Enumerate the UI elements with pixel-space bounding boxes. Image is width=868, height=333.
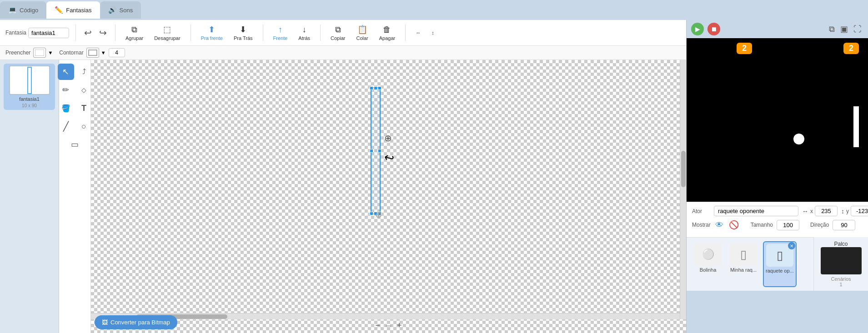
zoom-divider: — [386, 322, 391, 329]
show-label: Mostrar [692, 222, 711, 228]
tool-text[interactable]: T [76, 100, 92, 116]
v-scrollbar[interactable] [680, 60, 686, 319]
colar-button[interactable]: 📋 Colar [352, 23, 371, 43]
fill-color-box[interactable] [33, 48, 46, 58]
handle-bottom[interactable] [374, 212, 377, 215]
actor-name-input[interactable] [714, 206, 798, 216]
tools-row-2: ✏ ◇ [58, 82, 92, 98]
size-label: Tamanho [751, 222, 773, 228]
convert-bitmap-button[interactable]: 🖼 Converter para Bitmap [95, 315, 177, 329]
tools-row-3: 🪣 T [58, 100, 92, 116]
atras-button[interactable]: ↓ Atrás [295, 23, 314, 43]
stroke-dropdown-arrow[interactable]: ▼ [101, 50, 106, 55]
handle-tr[interactable] [378, 86, 381, 90]
cenarios-label: Cenários [831, 276, 851, 282]
handle-bl[interactable] [370, 212, 373, 215]
show-hidden-button[interactable]: 🚫 [728, 219, 740, 231]
thumbnail-item[interactable]: fantasia1 10 x 90 [4, 64, 55, 110]
apagar-icon: 🗑 [383, 25, 391, 35]
h-scrollbar[interactable] [91, 313, 680, 319]
sep6 [405, 25, 406, 41]
tab-fantasias[interactable]: ✏️ Fantasias [46, 1, 100, 19]
sprite-item-bolinha[interactable]: ⚪ Bolinha [692, 241, 724, 287]
stroke-color-box[interactable] [86, 48, 99, 58]
handle-br[interactable] [378, 212, 381, 215]
sons-icon: 🔊 [108, 6, 117, 14]
layout-fullscreen-button[interactable]: ⛶ [852, 23, 863, 35]
zoom-in-button[interactable]: + [394, 320, 405, 331]
tool-pencil[interactable]: ✏ [58, 82, 74, 98]
desagrupar-button[interactable]: ⬚ Desagrupar [151, 23, 184, 43]
pra-tras-button[interactable]: ⬇ Pra Trás [230, 23, 256, 43]
sprite-delete-button[interactable]: ✕ [788, 242, 795, 249]
layout-medium-button[interactable]: ▣ [838, 23, 850, 35]
y-input[interactable]: -123 [851, 206, 868, 216]
colar-icon: 📋 [357, 25, 367, 35]
apagar-label: Apagar [379, 35, 395, 41]
copiar-label: Copiar [331, 35, 345, 41]
cenarios-count: 1 [839, 282, 842, 287]
stage-ball [793, 134, 804, 144]
right-panel: ▶ ⏹ ⧉ ▣ ⛶ 2 2 Ator ↔ x 235 [686, 20, 868, 333]
layout-small-button[interactable]: ⧉ [827, 23, 837, 35]
tool-rect[interactable]: ▭ [67, 136, 83, 153]
contornar-label: Contornar [59, 50, 83, 56]
flip-v-icon: ↕ [431, 30, 434, 35]
size-input[interactable] [777, 220, 799, 230]
copiar-button[interactable]: ⧉ Copiar [327, 23, 349, 43]
tools-row-1: ↖ ⤴ [58, 64, 92, 80]
dir-input[interactable] [833, 220, 855, 230]
tool-select2[interactable]: ⤴ [76, 64, 92, 80]
flip-h-button[interactable]: ↔ [412, 27, 424, 38]
v-scrollbar-thumb[interactable] [681, 151, 686, 187]
costume-editor: Fantasia ↩ ↪ ⧉ Agrupar ⬚ Desagrupar ⬆ [0, 20, 686, 333]
green-flag-button[interactable]: ▶ [691, 23, 704, 35]
drawing-canvas[interactable]: ↩ ⊕ ⊕ − — + [91, 60, 686, 333]
tab-sons-label: Sons [120, 7, 133, 14]
tool-ellipse[interactable]: ○ [76, 118, 92, 134]
sprite-thumb-bolinha: ⚪ [694, 243, 722, 266]
convert-bitmap-label: Converter para Bitmap [110, 319, 170, 326]
stage-preview: 2 2 [687, 38, 868, 202]
tab-codigo[interactable]: 💻 Código [0, 1, 46, 19]
undo-button[interactable]: ↩ [82, 25, 94, 40]
fill-area: ▼ [33, 48, 53, 58]
tool-select[interactable]: ↖ [58, 64, 74, 80]
handle-tl[interactable] [370, 86, 373, 90]
fantasia-name-group: Fantasia [5, 28, 69, 38]
fantasia-name-input[interactable] [28, 28, 69, 38]
sep5 [320, 25, 321, 41]
redo-button[interactable]: ↪ [97, 25, 109, 40]
sep1 [75, 25, 76, 41]
copiar-icon: ⧉ [335, 25, 341, 35]
stage-thumbnail[interactable] [821, 247, 862, 274]
tab-sons[interactable]: 🔊 Sons [100, 1, 141, 19]
frente-button[interactable]: ↑ Frente [270, 23, 291, 43]
sprite-thumb-raquete-op: ▯ ✕ [766, 244, 793, 267]
apagar-button[interactable]: 🗑 Apagar [376, 23, 399, 43]
zoom-out-button[interactable]: − [372, 320, 383, 331]
handle-right-mid[interactable] [378, 149, 381, 153]
sprite-item-minha-raq[interactable]: ▯ Minha raq... [728, 241, 759, 287]
stop-button[interactable]: ⏹ [707, 23, 720, 35]
handle-left[interactable] [370, 149, 373, 153]
stage-paddle [853, 106, 859, 147]
stroke-width-input[interactable]: 4 [109, 48, 125, 57]
tool-fill[interactable]: 🪣 [58, 100, 74, 116]
atras-icon: ↓ [302, 25, 306, 35]
flip-v-button[interactable]: ↕ [428, 27, 438, 38]
preencher-label: Preencher [5, 50, 30, 56]
codigo-icon: 💻 [8, 6, 17, 14]
fill-dropdown-arrow[interactable]: ▼ [48, 50, 53, 55]
sprite-item-raquete-op[interactable]: ▯ ✕ raquete op... [763, 241, 797, 287]
tool-line[interactable]: ╱ [58, 118, 74, 134]
agrupar-label: Agrupar [125, 35, 143, 41]
agrupar-button[interactable]: ⧉ Agrupar [122, 23, 147, 43]
main-area: Fantasia ↩ ↪ ⧉ Agrupar ⬚ Desagrupar ⬆ [0, 20, 868, 333]
tool-eraser[interactable]: ◇ [76, 82, 92, 98]
selected-shape [371, 87, 381, 214]
show-visible-button[interactable]: 👁 [714, 219, 724, 231]
handle-top[interactable] [374, 86, 377, 90]
pra-frente-button[interactable]: ⬆ Pra frente [197, 23, 226, 43]
x-input[interactable]: 235 [815, 206, 838, 216]
